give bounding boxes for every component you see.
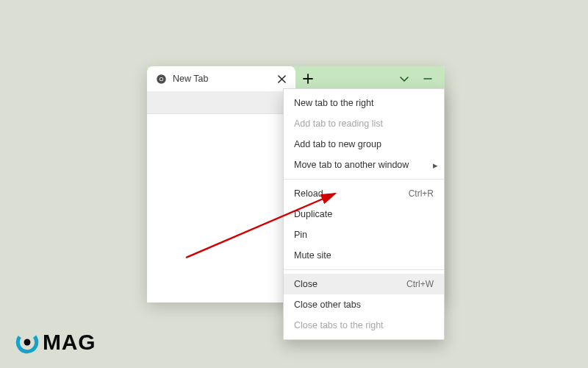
menu-item-label: Duplicate xyxy=(294,209,434,219)
menu-item-label: Close tabs to the right xyxy=(294,320,434,330)
tab-context-menu: New tab to the rightAdd tab to reading l… xyxy=(283,88,445,340)
menu-item-reload[interactable]: ReloadCtrl+R xyxy=(284,183,444,204)
menu-item-close-tabs-to-the-right: Close tabs to the right xyxy=(284,315,444,336)
menu-item-move-tab-to-another-window[interactable]: Move tab to another window▸ xyxy=(284,155,444,175)
chrome-icon xyxy=(156,74,167,85)
menu-item-add-tab-to-new-group[interactable]: Add tab to new group xyxy=(284,134,444,155)
tab-strip-controls xyxy=(399,66,445,91)
menu-item-shortcut: Ctrl+W xyxy=(406,279,434,289)
tab-title: New Tab xyxy=(173,74,269,84)
menu-item-label: Move tab to another window xyxy=(294,160,434,170)
menu-item-close[interactable]: CloseCtrl+W xyxy=(284,274,444,294)
svg-point-2 xyxy=(160,77,163,80)
menu-separator xyxy=(284,269,444,270)
menu-item-label: Mute site xyxy=(294,250,434,261)
active-tab[interactable]: New Tab xyxy=(147,66,295,91)
logo-mark-icon xyxy=(15,330,40,355)
new-tab-button[interactable] xyxy=(295,66,320,91)
menu-item-label: Add tab to new group xyxy=(294,139,434,149)
browser-window: New Tab New tab to the rightAdd tab to r… xyxy=(147,66,445,302)
submenu-caret-icon: ▸ xyxy=(433,160,438,171)
menu-item-label: Close xyxy=(294,279,406,289)
menu-item-shortcut: Ctrl+R xyxy=(409,188,434,199)
menu-item-add-tab-to-reading-list: Add tab to reading list xyxy=(284,113,444,134)
pcmag-logo: MAG xyxy=(15,330,96,355)
close-tab-button[interactable] xyxy=(275,72,288,85)
menu-item-duplicate[interactable]: Duplicate xyxy=(284,204,444,224)
menu-item-label: Reload xyxy=(294,188,409,199)
logo-text: MAG xyxy=(43,330,96,355)
menu-item-label: Pin xyxy=(294,230,434,240)
menu-item-label: New tab to the right xyxy=(294,98,434,108)
menu-separator xyxy=(284,179,444,180)
chevron-down-icon[interactable] xyxy=(399,74,409,84)
menu-item-new-tab-to-the-right[interactable]: New tab to the right xyxy=(284,93,444,113)
tab-strip: New Tab xyxy=(147,66,445,91)
menu-item-label: Close other tabs xyxy=(294,300,434,310)
svg-point-5 xyxy=(24,339,31,346)
minimize-icon[interactable] xyxy=(423,74,433,84)
menu-item-pin[interactable]: Pin xyxy=(284,224,444,245)
menu-item-label: Add tab to reading list xyxy=(294,118,434,129)
menu-item-close-other-tabs[interactable]: Close other tabs xyxy=(284,294,444,315)
menu-item-mute-site[interactable]: Mute site xyxy=(284,245,444,266)
